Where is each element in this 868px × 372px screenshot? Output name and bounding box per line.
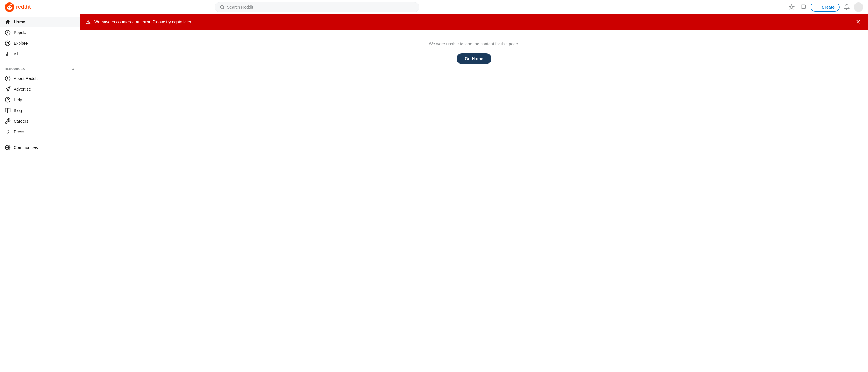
chevron-up-icon: ▲	[71, 67, 75, 71]
sidebar: Home Popular Explore	[0, 14, 80, 76]
error-banner: ⚠ We have encountered an error. Please t…	[80, 14, 868, 30]
create-label: Create	[822, 5, 835, 9]
chat-icon-button[interactable]	[799, 2, 808, 12]
bell-icon	[844, 4, 849, 10]
search-container: Search Reddit	[215, 2, 419, 12]
create-button[interactable]: Create	[810, 3, 840, 11]
search-placeholder: Search Reddit	[227, 5, 253, 9]
header: reddit Search Reddit Create	[0, 0, 868, 14]
search-icon	[220, 5, 224, 9]
error-content: We were unable to load the content for t…	[80, 30, 868, 76]
main-content: ⚠ We have encountered an error. Please t…	[80, 14, 868, 76]
chat-icon	[801, 4, 806, 10]
svg-marker-7	[6, 42, 8, 44]
error-subtitle: We were unable to load the content for t…	[429, 41, 519, 46]
sidebar-item-all-label: All	[13, 52, 19, 56]
premium-icon-button[interactable]	[787, 2, 796, 12]
sidebar-item-all[interactable]: All	[0, 49, 80, 59]
sidebar-item-explore[interactable]: Explore	[0, 38, 80, 49]
logo-text: reddit	[16, 4, 31, 10]
warning-icon: ⚠	[86, 19, 91, 25]
plus-icon	[815, 5, 820, 9]
about-icon	[5, 75, 11, 76]
notifications-icon-button[interactable]	[842, 2, 851, 12]
go-home-button[interactable]: Go Home	[457, 53, 492, 64]
sidebar-item-popular[interactable]: Popular	[0, 27, 80, 38]
sidebar-item-popular-label: Popular	[13, 30, 28, 35]
layout: Home Popular Explore	[0, 14, 868, 76]
home-icon	[5, 19, 11, 25]
avatar[interactable]	[854, 2, 863, 12]
sidebar-item-about-reddit[interactable]: About Reddit	[0, 73, 80, 76]
reddit-logo-icon	[5, 2, 14, 12]
search-bar[interactable]: Search Reddit	[215, 2, 419, 12]
logo-link[interactable]: reddit	[5, 2, 31, 12]
sidebar-item-home[interactable]: Home	[0, 17, 80, 27]
header-actions: Create	[787, 2, 863, 12]
svg-point-6	[5, 41, 10, 46]
svg-line-2	[223, 8, 224, 9]
resources-label: RESOURCES	[5, 67, 25, 70]
svg-point-1	[220, 5, 224, 8]
sidebar-item-explore-label: Explore	[13, 41, 28, 45]
error-banner-close-button[interactable]: ✕	[854, 17, 863, 27]
sidebar-divider-1	[5, 62, 75, 62]
sidebar-item-home-label: Home	[13, 20, 25, 24]
resources-header[interactable]: RESOURCES ▲	[0, 64, 80, 73]
popular-icon	[5, 30, 11, 35]
explore-icon	[5, 40, 11, 46]
error-banner-text: We have encountered an error. Please try…	[94, 20, 192, 24]
all-icon	[5, 51, 11, 57]
premium-icon	[788, 4, 795, 10]
